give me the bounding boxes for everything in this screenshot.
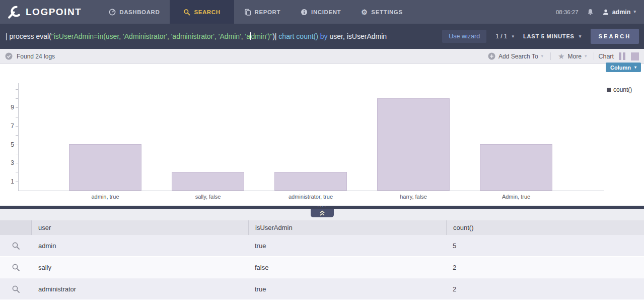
table-row: sallyfalse2 [0, 257, 644, 278]
nav-dashboard[interactable]: DASHBOARD [99, 0, 170, 24]
y-axis-label: 7 [2, 123, 14, 130]
more-label: More [568, 53, 582, 60]
nav-incident[interactable]: INCIDENT [291, 0, 351, 24]
add-search-to-button[interactable]: Add Search To ▾ [485, 52, 546, 60]
page-selector[interactable]: 1 / 1 ▾ [495, 33, 514, 40]
chart-panel: Column ▾ count() 13579admin, truesally, … [0, 64, 644, 206]
query-segment: )| [272, 32, 278, 40]
cell-count: 5 [446, 235, 644, 256]
table-header: user isUserAdmin count() [0, 220, 644, 235]
chart-bar[interactable] [480, 144, 552, 191]
time-range-selector[interactable]: LAST 5 MINUTES ▾ [523, 33, 582, 39]
cell-user: admin [32, 235, 248, 256]
query-segment: user, isUserAdmin [330, 32, 387, 40]
cell-user: sally [32, 257, 248, 278]
y-axis-label: 5 [2, 141, 14, 148]
x-axis-label: admin, true [54, 194, 157, 200]
divider [594, 52, 594, 60]
app-logo[interactable]: LOGPOINT [0, 5, 82, 19]
x-axis-label: administrator, true [259, 194, 362, 200]
query-segment: | process eval( [6, 32, 51, 40]
chart-type-dropdown[interactable]: Column ▾ [606, 63, 641, 72]
cell-count: 2 [446, 278, 644, 299]
y-axis-tick [16, 126, 18, 127]
drag-handle-dots: ···· [317, 205, 327, 209]
chevron-down-icon: ▾ [633, 10, 636, 14]
chart-legend: count() [607, 86, 632, 93]
page-indicator: 1 / 1 [495, 33, 507, 40]
notifications-bell-icon[interactable] [587, 8, 594, 16]
row-drilldown-search-icon[interactable] [12, 263, 20, 272]
dashboard-icon [109, 9, 116, 16]
y-axis-label: 3 [2, 159, 14, 166]
user-name: admin [612, 9, 631, 16]
x-axis-label: Admin, true [465, 194, 567, 200]
x-axis-label: sally, false [157, 194, 259, 200]
top-nav: LOGPOINT DASHBOARD SEARCH REPORT [0, 0, 644, 24]
main-nav: DASHBOARD SEARCH REPORT INCIDENT [99, 0, 412, 24]
legend-label: count() [613, 86, 632, 93]
star-icon: ★ [558, 52, 564, 60]
query-bar: | process eval("isUserAdmin=in(user, 'Ad… [0, 24, 644, 49]
row-drilldown-search-icon[interactable] [12, 285, 20, 293]
column-header-user[interactable]: user [32, 220, 248, 235]
chart-bar[interactable] [274, 172, 347, 191]
query-segment: chart count() [278, 32, 318, 40]
y-axis-tick [16, 163, 18, 163]
chevron-down-icon: ▾ [585, 54, 587, 58]
cell-isuseradmin: false [248, 257, 446, 278]
row-icon-cell [0, 235, 32, 256]
panel-divider[interactable]: ···· [0, 206, 644, 209]
table-row: administratortrue2 [0, 278, 644, 300]
nav-right: 08:36:27 admin ▾ [556, 8, 644, 16]
clock: 08:36:27 [556, 9, 579, 15]
chart-bar[interactable] [377, 98, 450, 191]
table-row: admintrue5 [0, 235, 644, 257]
chart-bar[interactable] [69, 144, 141, 191]
query-segment: by [318, 32, 330, 40]
cell-count: 2 [446, 257, 644, 278]
report-icon [244, 9, 251, 16]
x-axis-line [18, 191, 604, 191]
nav-search[interactable]: SEARCH [170, 0, 234, 24]
row-icon-cell [0, 278, 32, 299]
row-drilldown-search-icon[interactable] [12, 242, 20, 250]
chevron-down-icon: ▾ [541, 54, 544, 58]
search-button[interactable]: SEARCH [591, 29, 639, 44]
y-axis-tick [16, 89, 18, 90]
user-avatar-icon [602, 9, 609, 16]
collapse-chart-button[interactable] [311, 209, 334, 217]
logo-text: LOGPOINT [26, 7, 82, 18]
search-query-input[interactable]: | process eval("isUserAdmin=in(user, 'Ad… [6, 32, 436, 40]
chart-bar[interactable] [172, 172, 244, 191]
nav-incident-label: INCIDENT [311, 9, 341, 15]
y-axis-tick [16, 145, 18, 145]
chart-type-label: Column [610, 65, 631, 71]
toolbar-actions: Add Search To ▾ ★ More ▾ Chart [485, 52, 639, 61]
column-header-isuseradmin[interactable]: isUserAdmin [248, 220, 446, 235]
y-axis-tick [16, 172, 18, 172]
query-segment: "isUserAdmin=in(user, 'Administrator', '… [51, 32, 250, 40]
nav-report[interactable]: REPORT [234, 0, 291, 24]
y-axis-tick [16, 98, 18, 99]
cell-isuseradmin: true [248, 235, 446, 256]
more-button[interactable]: ★ More ▾ [555, 52, 590, 60]
time-range-label: LAST 5 MINUTES [523, 33, 575, 39]
column-header-count[interactable]: count() [446, 220, 644, 235]
nav-settings-label: SETTINGS [371, 9, 402, 15]
y-axis-tick [16, 154, 18, 154]
chevron-down-icon: ▾ [634, 66, 636, 70]
nav-report-label: REPORT [255, 9, 281, 15]
column-chart-view-icon[interactable] [618, 52, 626, 61]
y-axis-tick [16, 107, 18, 108]
grid-chart-view-icon[interactable] [631, 52, 639, 61]
user-menu[interactable]: admin ▾ [602, 9, 636, 16]
use-wizard-button[interactable]: Use wizard [442, 30, 486, 43]
nav-search-label: SEARCH [194, 9, 220, 15]
y-axis-label: 9 [2, 104, 14, 111]
logpoint-logo-icon [7, 5, 21, 19]
search-icon [183, 9, 190, 16]
nav-settings[interactable]: ⚙ SETTINGS [351, 0, 412, 24]
chevron-down-icon: ▾ [579, 34, 582, 39]
legend-swatch [607, 88, 611, 92]
